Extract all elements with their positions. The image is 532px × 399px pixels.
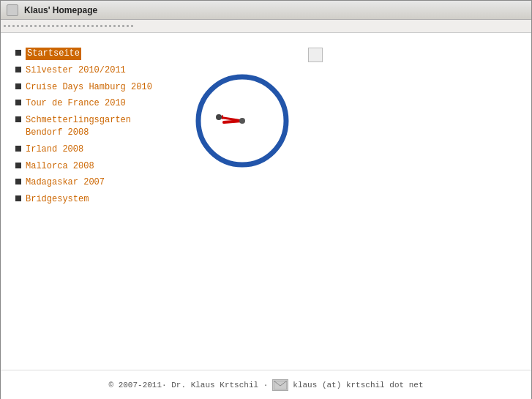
clock-svg	[191, 70, 293, 172]
dot	[34, 25, 37, 27]
nav-link-mallorca[interactable]: Mallorca 2008	[26, 160, 94, 173]
dot	[70, 25, 72, 27]
dot	[109, 25, 111, 27]
dot	[30, 25, 32, 27]
dot	[100, 25, 102, 27]
dot	[105, 25, 107, 27]
nav-item-mallorca: Mallorca 2008	[15, 160, 162, 173]
page-wrapper: Startseite Silvester 2010/2011 Cruise Da…	[1, 33, 531, 399]
nav-item-irland: Irland 2008	[15, 143, 162, 156]
dot	[127, 25, 129, 27]
dot	[91, 25, 94, 27]
dot	[21, 25, 23, 27]
nav-bullet	[15, 50, 21, 56]
dot	[48, 25, 50, 27]
nav-bullet	[15, 67, 21, 72]
window-title: Klaus' Homepage	[24, 5, 97, 15]
footer-copyright: © 2007-2011· Dr. Klaus Krtschil ·	[108, 381, 268, 389]
dot	[74, 25, 76, 27]
nav-item-cruise: Cruise Days Hamburg 2010	[15, 81, 162, 94]
dot	[43, 25, 45, 27]
clock-tip	[216, 114, 222, 120]
nav-link-startseite[interactable]: Startseite	[26, 48, 81, 60]
nav-link-schmetterlinge[interactable]: Schmetterlingsgarten Bendorf 2008	[26, 114, 162, 139]
content-area: Startseite Silvester 2010/2011 Cruise Da…	[1, 33, 531, 370]
footer-email: klaus (at) krtschil dot net	[293, 381, 423, 389]
nav-item-schmetterlinge: Schmetterlingsgarten Bendorf 2008	[15, 114, 162, 139]
dot	[118, 25, 120, 27]
dot	[65, 25, 67, 27]
dot	[8, 25, 10, 27]
nav-item-bridge: Bridgesystem	[15, 193, 162, 206]
dot	[113, 25, 116, 27]
placeholder-icon	[308, 48, 323, 62]
nav-bullet	[15, 100, 21, 105]
nav-item-tour: Tour de France 2010	[15, 97, 162, 110]
nav-bullet	[15, 163, 21, 168]
nav-bullet	[15, 195, 21, 201]
nav-bullet	[15, 179, 21, 184]
dot	[96, 25, 98, 27]
dot	[78, 25, 80, 27]
browser-window: Klaus' Homepage	[0, 0, 532, 399]
nav-link-cruise[interactable]: Cruise Days Hamburg 2010	[26, 81, 152, 94]
nav-link-tour[interactable]: Tour de France 2010	[26, 97, 126, 110]
nav-item-madagaskar: Madagaskar 2007	[15, 176, 162, 189]
dot	[12, 25, 15, 27]
window-icon	[7, 4, 18, 16]
nav-item-silvester: Silvester 2010/2011	[15, 64, 162, 77]
dot	[17, 25, 19, 27]
dot	[26, 25, 28, 27]
sidebar: Startseite Silvester 2010/2011 Cruise Da…	[15, 48, 162, 355]
dot	[4, 25, 6, 27]
nav-link-madagaskar[interactable]: Madagaskar 2007	[26, 176, 105, 189]
nav-link-silvester[interactable]: Silvester 2010/2011	[26, 64, 126, 77]
dot	[122, 25, 124, 27]
toolbar-strip	[1, 20, 531, 33]
email-icon	[272, 379, 288, 391]
nav-item-startseite: Startseite	[15, 48, 162, 60]
clock-widget	[191, 70, 293, 175]
nav-link-irland[interactable]: Irland 2008	[26, 143, 83, 156]
clock-center	[239, 118, 245, 124]
dot	[52, 25, 54, 27]
nav-bullet	[15, 83, 21, 89]
title-bar: Klaus' Homepage	[1, 1, 531, 20]
dot	[61, 25, 63, 27]
dot	[39, 25, 41, 27]
nav-bullet	[15, 146, 21, 152]
nav-bullet	[15, 116, 21, 122]
footer: © 2007-2011· Dr. Klaus Krtschil · klaus …	[1, 370, 531, 399]
dot	[56, 25, 59, 27]
nav-link-bridge[interactable]: Bridgesystem	[26, 193, 89, 206]
dot	[87, 25, 89, 27]
dot	[131, 25, 133, 27]
dot	[83, 25, 85, 27]
main-content	[162, 48, 517, 355]
toolbar-dots	[4, 25, 133, 27]
